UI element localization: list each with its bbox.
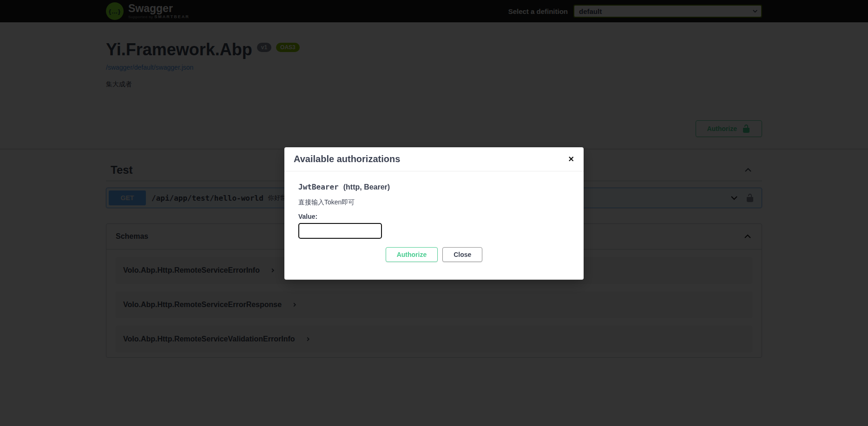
auth-scheme-meta: (http, Bearer) [343,183,390,191]
auth-scheme-heading: JwtBearer (http, Bearer) [298,183,570,191]
modal-close-button[interactable]: Close [442,247,482,262]
authorizations-modal: Available authorizations ✕ JwtBearer (ht… [284,147,584,280]
auth-scheme-name: JwtBearer [298,183,339,191]
close-icon[interactable]: ✕ [568,155,574,164]
modal-body: JwtBearer (http, Bearer) 直接输入Token即可 Val… [284,171,584,280]
token-value-input[interactable] [298,223,382,239]
modal-title: Available authorizations [294,154,400,164]
auth-scheme-description: 直接输入Token即可 [298,198,570,207]
modal-authorize-button[interactable]: Authorize [386,247,438,262]
value-label: Value: [298,213,570,220]
modal-header: Available authorizations ✕ [284,147,584,171]
modal-buttons: Authorize Close [298,247,570,262]
